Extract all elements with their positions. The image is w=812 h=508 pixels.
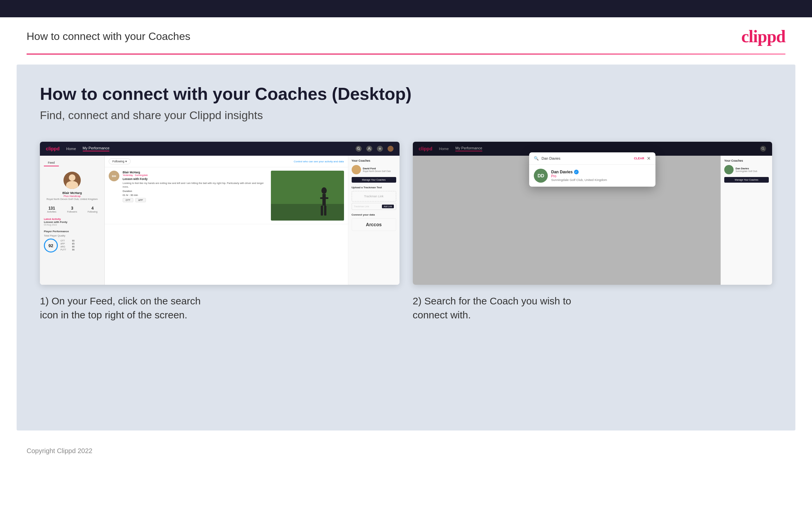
profile-hcp-1: Plus Handicap	[44, 195, 100, 198]
step1-text: 1) On your Feed, click on the searchicon…	[40, 294, 399, 322]
profile-club-1: Royal North Devon Golf Club, United King…	[44, 198, 100, 201]
coach-item-1: David Ford Royal North Devon Golf Club	[352, 165, 396, 174]
bar-app: APP 85	[60, 243, 75, 245]
copyright: Copyright Clippd 2022	[27, 447, 92, 455]
post-duration: Duration	[123, 189, 268, 193]
stat-followers: 3 Followers	[63, 206, 81, 213]
svg-point-3	[379, 148, 381, 150]
coach-avatar-1	[352, 165, 361, 174]
feed-tab-1[interactable]: Feed	[44, 160, 59, 166]
upload-section-1: Upload a Trackman Test Trackman Link Tra…	[352, 186, 396, 210]
svg-rect-7	[322, 194, 326, 206]
avatar-1	[63, 172, 81, 189]
left-panel-1: Feed Blair McHarg Plus Handicap Royal No…	[40, 156, 105, 285]
coach-info-1: David Ford Royal North Devon Golf Club	[363, 167, 391, 172]
stats-row-1: 131 Activities 3 Followers 4 Following	[40, 206, 104, 213]
main-subheading: Find, connect and share your Clippd insi…	[40, 109, 772, 122]
search-bar: 🔍 Dan Davies CLEAR ✕	[529, 153, 656, 165]
screenshot-frame-1: clippd Home My Performance	[40, 142, 399, 285]
trackman-input-1[interactable]: Trackman Link Add Link	[352, 203, 396, 210]
clear-btn[interactable]: CLEAR	[634, 157, 644, 160]
header: How to connect with your Coaches clippd	[0, 17, 812, 53]
header-divider	[27, 53, 785, 54]
svg-line-1	[359, 150, 360, 151]
main-heading: How to connect with your Coaches (Deskto…	[40, 85, 772, 103]
bar-ott: OTT 90	[60, 240, 75, 242]
result-avatar: DD	[534, 169, 548, 183]
nav-logo-1: clippd	[46, 146, 59, 152]
coaches-panel-right: Your Coaches Dan Davies Sunningdale Golf…	[721, 156, 772, 285]
nav-performance-1[interactable]: My Performance	[83, 146, 110, 152]
arccos-logo-1: Arccos	[352, 218, 396, 231]
search-input-text[interactable]: Dan Davies	[541, 156, 631, 160]
step2-text: 2) Search for the Coach you wish toconne…	[413, 294, 772, 322]
latest-activity-1: Latest Activity Lesson with Fordy 03 Aug…	[40, 216, 104, 228]
page-title: How to connect with your Coaches	[27, 30, 190, 43]
stat-activities: 131 Activities	[43, 206, 61, 213]
search-result[interactable]: DD Dan Davies ✓ Pro Sunningdale Golf Clu…	[529, 165, 656, 186]
verified-badge: ✓	[574, 170, 579, 174]
app-btn[interactable]: APP	[135, 198, 146, 202]
svg-point-0	[357, 147, 359, 150]
post-card-1: BM Blair McHarg Yesterday · Sunningdale …	[105, 167, 348, 224]
footer: Copyright Clippd 2022	[0, 440, 812, 461]
result-info: Dan Davies ✓ Pro Sunningdale Golf Club, …	[551, 170, 607, 182]
ott-btn[interactable]: OTT	[123, 198, 133, 202]
coach-info-2: Dan Davies Sunningdale Golf Club	[735, 167, 757, 172]
post-buttons: OTT APP	[123, 198, 268, 202]
post-content: Blair McHarg Yesterday · Sunningdale Les…	[123, 171, 268, 220]
player-perf-1: Player Performance Total Player Quality …	[40, 228, 104, 254]
search-icon-modal: 🔍	[534, 156, 539, 161]
close-btn[interactable]: ✕	[647, 156, 651, 161]
screenshots-row: clippd Home My Performance	[40, 142, 772, 322]
svg-rect-8	[320, 197, 328, 199]
coaches-panel-1: Your Coaches David Ford Royal North Devo…	[348, 156, 399, 285]
main-content: How to connect with your Coaches (Deskto…	[17, 65, 795, 430]
manage-coaches-btn-2[interactable]: Manage Your Coaches	[724, 177, 769, 183]
profile-area-1: Blair McHarg Plus Handicap Royal North D…	[40, 169, 104, 203]
screenshot-frame-2: clippd Home My Performance	[413, 142, 772, 285]
nav-icons-1	[355, 146, 393, 152]
nav-home-1[interactable]: Home	[66, 147, 76, 151]
bar-putt: PUTT 96	[60, 249, 75, 251]
feed-header-row: Following ▾ Control who can see your act…	[105, 156, 348, 167]
search-icon[interactable]	[355, 146, 362, 152]
search-modal: 🔍 Dan Davies CLEAR ✕ DD Dan Davies ✓ Pro	[529, 153, 656, 186]
svg-rect-5	[271, 204, 344, 220]
screenshot-col-2: clippd Home My Performance	[413, 142, 772, 322]
avatar-icon[interactable]	[388, 146, 393, 152]
settings-icon[interactable]	[377, 146, 383, 152]
trackman-box-1: Trackman Link	[352, 191, 396, 202]
screenshot-col-1: clippd Home My Performance	[40, 142, 399, 322]
add-link-btn[interactable]: Add Link	[382, 205, 393, 208]
coach-item-2: Dan Davies Sunningdale Golf Club	[724, 165, 769, 174]
clippd-logo: clippd	[741, 27, 785, 46]
connect-section-1: Connect your data Arccos	[352, 213, 396, 231]
following-btn[interactable]: Following ▾	[109, 158, 131, 164]
top-bar	[0, 0, 812, 17]
bars-area-1: OTT 90 APP 85	[60, 240, 75, 252]
control-link[interactable]: Control who can see your activity and da…	[294, 160, 344, 163]
post-image	[271, 171, 344, 220]
post-avatar: BM	[109, 171, 119, 181]
svg-rect-10	[324, 206, 326, 216]
bar-arg: ARG 86	[60, 246, 75, 248]
svg-rect-9	[321, 206, 323, 216]
svg-point-6	[322, 187, 327, 194]
feed-panel-1: Following ▾ Control who can see your act…	[105, 156, 348, 285]
score-circle-1: 92	[44, 239, 58, 253]
user-icon[interactable]	[366, 146, 372, 152]
stat-following: 4 Following	[84, 206, 102, 213]
coach-avatar-2	[724, 165, 733, 174]
profile-name-1: Blair McHarg	[44, 191, 100, 195]
app-body-1: Feed Blair McHarg Plus Handicap Royal No…	[40, 156, 399, 285]
manage-coaches-btn-1[interactable]: Manage Your Coaches	[352, 177, 396, 183]
app-nav-1: clippd Home My Performance	[40, 142, 399, 156]
